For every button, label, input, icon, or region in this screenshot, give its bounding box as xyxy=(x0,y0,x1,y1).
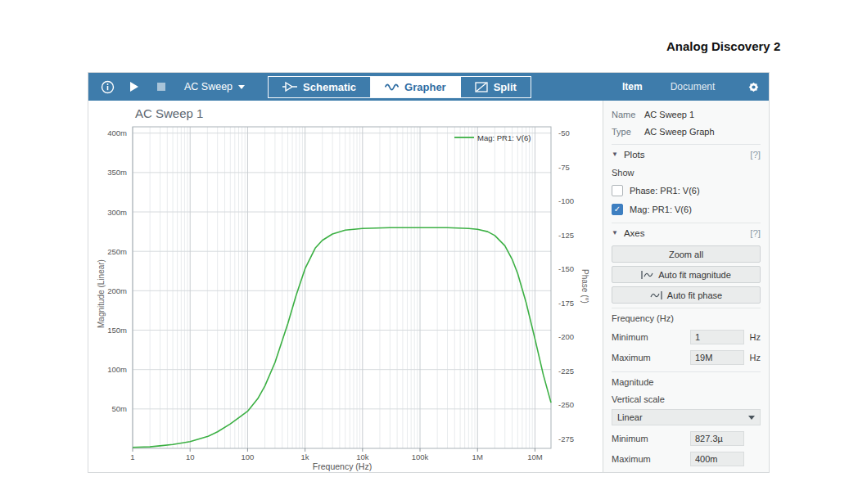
zoom-all-button[interactable]: Zoom all xyxy=(612,245,761,263)
maximum-label: Maximum xyxy=(612,454,690,464)
svg-text:1: 1 xyxy=(130,452,134,461)
axes-section-header[interactable]: ▼ Axes [?] xyxy=(612,223,761,242)
info-icon[interactable] xyxy=(100,79,115,94)
svg-text:-200: -200 xyxy=(558,332,574,341)
svg-text:100m: 100m xyxy=(107,365,127,374)
type-value: AC Sweep Graph xyxy=(644,127,715,137)
panel-tab-document[interactable]: Document xyxy=(669,81,717,92)
svg-text:-150: -150 xyxy=(558,264,574,273)
vertical-scale-label: Vertical scale xyxy=(612,390,761,407)
svg-text:-175: -175 xyxy=(558,299,574,308)
plots-section-header[interactable]: ▼ Plots [?] xyxy=(612,144,761,164)
magnitude-maximum-input[interactable] xyxy=(690,452,744,466)
plots-section-title: Plots xyxy=(624,150,645,160)
svg-text:10M: 10M xyxy=(527,452,543,461)
gear-icon[interactable] xyxy=(746,79,761,94)
phase-plot-label: Phase: PR1: V(6) xyxy=(630,186,700,196)
svg-text:50m: 50m xyxy=(112,404,128,413)
magnitude-maximum-row: Maximum xyxy=(612,448,761,469)
x-axis-label: Frequency (Hz) xyxy=(313,461,372,471)
mag-plot-label: Mag: PR1: V(6) xyxy=(630,205,692,214)
item-name-row: Name AC Sweep 1 xyxy=(612,106,761,123)
show-label: Show xyxy=(612,164,761,181)
view-tab-group: Schematic Grapher Split xyxy=(268,76,531,98)
svg-text:350m: 350m xyxy=(107,168,127,177)
minimum-label: Minimum xyxy=(612,332,690,342)
svg-text:400m: 400m xyxy=(107,128,127,137)
svg-text:Mag: PR1: V(6): Mag: PR1: V(6) xyxy=(477,133,531,142)
svg-text:10k: 10k xyxy=(356,452,369,461)
svg-text:-75: -75 xyxy=(558,163,570,172)
svg-text:250m: 250m xyxy=(107,247,127,256)
plot-canvas[interactable]: 400m350m300m250m200m150m100m50m1101001k1… xyxy=(88,101,603,474)
hz-unit-label: Hz xyxy=(744,332,761,342)
svg-text:-275: -275 xyxy=(558,434,574,443)
svg-text:10: 10 xyxy=(186,452,195,461)
frequency-maximum-input[interactable] xyxy=(690,350,744,365)
svg-text:1M: 1M xyxy=(472,452,483,461)
magnitude-minimum-row: Minimum xyxy=(612,428,761,448)
chart-title: AC Sweep 1 xyxy=(135,106,203,120)
toolbar: AC Sweep Schematic Grapher xyxy=(88,73,769,101)
hz-unit-label: Hz xyxy=(744,353,761,362)
vertical-scale-value: Linear xyxy=(617,412,643,422)
tab-schematic[interactable]: Schematic xyxy=(269,77,371,97)
collapse-triangle-icon: ▼ xyxy=(612,151,618,158)
y-axis-right-label: Phase (°) xyxy=(580,269,589,304)
name-label: Name xyxy=(612,110,644,119)
svg-text:100: 100 xyxy=(241,452,254,461)
axes-section-title: Axes xyxy=(624,228,645,238)
frequency-section-label: Frequency (Hz) xyxy=(612,308,761,326)
chevron-down-icon xyxy=(748,416,755,420)
name-value: AC Sweep 1 xyxy=(644,110,694,119)
svg-text:-125: -125 xyxy=(558,231,574,240)
svg-text:-250: -250 xyxy=(558,400,574,409)
auto-fit-phase-icon xyxy=(650,291,662,299)
svg-text:300m: 300m xyxy=(107,208,127,217)
simulation-selector[interactable]: AC Sweep xyxy=(184,81,245,92)
svg-text:1k: 1k xyxy=(301,452,309,461)
phase-plot-checkbox[interactable] xyxy=(612,185,623,196)
mag-plot-row[interactable]: Mag: PR1: V(6) xyxy=(612,200,761,218)
auto-fit-phase-button[interactable]: Auto fit phase xyxy=(612,286,761,304)
magnitude-section-label: Magnitude xyxy=(612,371,761,390)
page-title: Analog Discovery 2 xyxy=(666,39,780,53)
tab-split[interactable]: Split xyxy=(461,77,531,97)
tab-grapher[interactable]: Grapher xyxy=(371,77,461,97)
plots-help-link[interactable]: [?] xyxy=(750,150,761,160)
frequency-minimum-input[interactable] xyxy=(690,330,744,344)
auto-fit-magnitude-button[interactable]: Auto fit magnitude xyxy=(612,266,761,283)
frequency-maximum-row: Maximum Hz xyxy=(612,347,761,367)
phase-plot-row[interactable]: Phase: PR1: V(6) xyxy=(612,181,761,200)
collapse-triangle-icon: ▼ xyxy=(612,229,618,236)
panel-tab-bar: Item Document xyxy=(601,73,769,101)
item-panel: Name AC Sweep 1 Type AC Sweep Graph ▼ Pl… xyxy=(603,101,769,472)
item-type-row: Type AC Sweep Graph xyxy=(612,123,761,140)
run-simulation-icon[interactable] xyxy=(127,79,142,94)
mag-plot-checkbox[interactable] xyxy=(612,204,623,215)
svg-text:150m: 150m xyxy=(107,326,127,335)
panel-tab-item[interactable]: Item xyxy=(621,81,644,92)
maximum-label: Maximum xyxy=(612,353,690,362)
svg-text:-225: -225 xyxy=(558,367,574,376)
schematic-icon xyxy=(282,81,297,92)
vertical-scale-select[interactable]: Linear xyxy=(612,409,761,425)
simulation-name: AC Sweep xyxy=(184,81,233,92)
axes-help-link[interactable]: [?] xyxy=(750,228,761,238)
magnitude-minimum-input[interactable] xyxy=(690,431,744,446)
svg-text:-50: -50 xyxy=(558,128,570,137)
svg-text:-100: -100 xyxy=(558,196,574,205)
split-icon xyxy=(475,82,488,92)
grapher-chart[interactable]: AC Sweep 1 Magnitude (Linear) Phase (°) … xyxy=(88,101,603,472)
chevron-down-icon xyxy=(238,85,245,89)
auto-fit-magnitude-icon xyxy=(641,271,653,279)
app-window: AC Sweep Schematic Grapher xyxy=(88,72,770,473)
minimum-label: Minimum xyxy=(612,434,690,443)
y-axis-left-label: Magnitude (Linear) xyxy=(97,259,106,328)
type-label: Type xyxy=(612,127,644,137)
svg-text:100k: 100k xyxy=(412,452,429,461)
svg-text:200m: 200m xyxy=(107,286,127,295)
grapher-icon xyxy=(385,82,399,92)
stop-simulation-icon[interactable] xyxy=(154,79,169,94)
frequency-minimum-row: Minimum Hz xyxy=(612,326,761,347)
